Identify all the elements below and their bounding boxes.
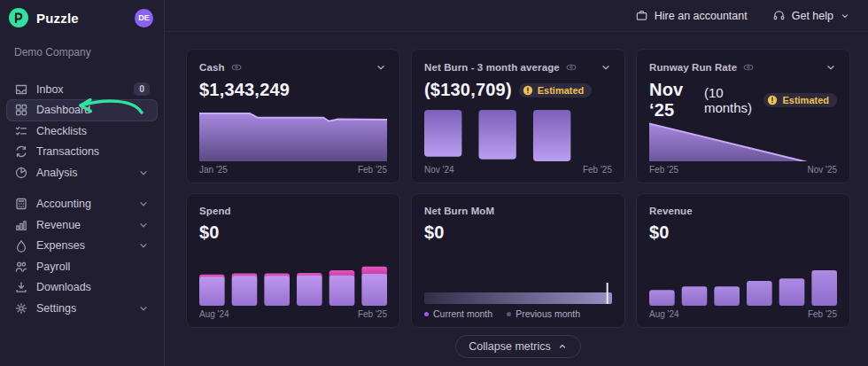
- runway-chart: [649, 121, 837, 161]
- downloads-icon: [14, 280, 28, 294]
- hire-accountant-label: Hire an accountant: [655, 10, 748, 22]
- collapse-metrics-label: Collapse metrics: [469, 340, 550, 353]
- sidebar-item-checklists[interactable]: Checklists: [7, 121, 157, 142]
- sidebar-item-dashboard[interactable]: Dashboard: [7, 100, 157, 121]
- sidebar-item-label: Expenses: [36, 239, 85, 252]
- collapse-metrics-button[interactable]: Collapse metrics: [455, 335, 580, 358]
- chevron-up-icon: [557, 341, 568, 352]
- sidebar-item-transactions[interactable]: Transactions: [7, 142, 157, 163]
- analysis-icon: [14, 166, 28, 180]
- accounting-icon: [14, 197, 28, 211]
- sidebar-item-label: Dashboard: [36, 104, 90, 116]
- x-axis-label-right: Feb '25: [358, 309, 387, 319]
- cash-chart: [199, 110, 387, 161]
- estimated-badge: Estimated: [519, 83, 593, 97]
- sidebar-item-label: Transactions: [36, 145, 99, 158]
- warning-icon: [523, 85, 533, 96]
- x-axis-label-left: Nov '24: [424, 165, 454, 175]
- chevron-down-icon[interactable]: [825, 61, 837, 74]
- card-value-note: (10 months): [704, 85, 757, 115]
- sidebar-nav: Inbox 0 Dashboard Checklists Transaction…: [0, 79, 164, 319]
- chevron-down-icon: [137, 302, 150, 315]
- x-axis-label-left: Aug '24: [649, 309, 679, 319]
- gear-icon: [14, 301, 28, 315]
- sidebar-item-payroll[interactable]: Payroll: [7, 256, 157, 277]
- sidebar-item-expenses[interactable]: Expenses: [7, 236, 157, 257]
- inbox-count-badge: 0: [134, 82, 150, 96]
- sidebar-item-label: Payroll: [36, 261, 70, 273]
- x-axis-label-right: Feb '25: [358, 165, 387, 175]
- chart-legend: Current month Previous month: [424, 308, 612, 319]
- estimated-badge-label: Estimated: [782, 95, 829, 105]
- x-axis-label-left: Aug '24: [199, 309, 229, 319]
- chevron-down-icon: [137, 198, 150, 210]
- card-title: Spend: [199, 206, 231, 216]
- sidebar-item-settings[interactable]: Settings: [7, 298, 157, 319]
- puzzle-logo-icon: [9, 8, 28, 27]
- sidebar-item-label: Checklists: [36, 125, 87, 137]
- eye-icon[interactable]: [565, 61, 577, 74]
- expenses-icon: [14, 238, 28, 253]
- card-value: $0: [199, 222, 220, 243]
- warning-icon: [767, 95, 778, 105]
- sidebar-item-label: Downloads: [36, 281, 91, 293]
- spend-chart: [199, 260, 387, 306]
- chevron-down-icon: [137, 167, 150, 179]
- card-value: Nov ‘25: [649, 80, 697, 121]
- avatar[interactable]: DE: [135, 9, 153, 27]
- payroll-icon: [14, 260, 28, 274]
- sidebar-item-label: Revenue: [36, 219, 81, 231]
- eye-icon[interactable]: [742, 61, 755, 74]
- headset-icon: [772, 9, 786, 22]
- chevron-down-icon: [137, 239, 150, 252]
- sidebar-item-label: Analysis: [36, 167, 78, 179]
- sidebar-item-revenue[interactable]: Revenue: [7, 214, 157, 236]
- metric-card-cash: Cash $1,343,249 Jan '25 Feb '25: [186, 49, 400, 183]
- card-title: Runway Run Rate: [649, 62, 737, 73]
- card-title: Cash: [199, 62, 225, 73]
- get-help-label: Get help: [792, 10, 833, 22]
- chevron-down-icon[interactable]: [600, 61, 612, 74]
- legend-dot-previous: [507, 312, 511, 316]
- sidebar-item-label: Inbox: [36, 83, 64, 96]
- card-value: $0: [649, 222, 670, 243]
- hire-accountant-button[interactable]: Hire an accountant: [635, 9, 748, 22]
- x-axis-label-right: Feb '25: [583, 165, 612, 175]
- metric-card-net-burn: Net Burn - 3 month average ($130,709) Es…: [411, 49, 625, 183]
- chevron-down-icon[interactable]: [375, 61, 387, 74]
- card-value: ($130,709): [424, 80, 512, 100]
- card-title: Net Burn MoM: [424, 206, 494, 216]
- x-axis-label-left: Feb '25: [649, 165, 678, 175]
- metric-card-runway: Runway Run Rate Nov ‘25 (10 months) Esti…: [636, 49, 850, 183]
- main-area: Hire an accountant Get help Cash $1,343,…: [165, 0, 868, 366]
- revenue-chart: [649, 260, 837, 306]
- legend-label: Previous month: [515, 308, 580, 319]
- revenue-icon: [14, 218, 28, 232]
- chevron-down-icon: [137, 219, 150, 231]
- sidebar-item-downloads[interactable]: Downloads: [7, 277, 157, 299]
- legend-dot-current: [424, 312, 429, 316]
- transactions-icon: [14, 144, 28, 159]
- net-burn-mom-chart: [424, 283, 612, 304]
- metric-card-revenue: Revenue $0 Aug '24 Feb '25: [636, 193, 850, 328]
- x-axis-label-right: Nov '25: [807, 165, 837, 175]
- sidebar-item-accounting[interactable]: Accounting: [7, 194, 157, 215]
- metric-card-spend: Spend $0 Aug '24 Feb '25: [186, 193, 400, 328]
- card-title: Net Burn - 3 month average: [424, 62, 560, 73]
- sidebar-item-inbox[interactable]: Inbox 0: [7, 79, 157, 100]
- estimated-badge: Estimated: [763, 93, 837, 107]
- dashboard-content: Cash $1,343,249 Jan '25 Feb '25 Net Burn…: [165, 32, 868, 358]
- eye-icon[interactable]: [230, 61, 243, 74]
- card-value: $1,343,249: [199, 80, 290, 100]
- get-help-button[interactable]: Get help: [772, 9, 850, 22]
- legend-label: Current month: [433, 308, 492, 319]
- app-name: Puzzle: [36, 11, 79, 26]
- card-value: $0: [424, 222, 445, 243]
- metric-card-net-burn-mom: Net Burn MoM $0 Current month Previous m…: [411, 193, 625, 328]
- company-name: Demo Company: [0, 46, 164, 58]
- briefcase-icon: [635, 9, 648, 22]
- sidebar-item-label: Accounting: [36, 198, 91, 210]
- sidebar-item-analysis[interactable]: Analysis: [7, 162, 157, 183]
- topbar: Hire an accountant Get help: [165, 0, 868, 32]
- sidebar-item-label: Settings: [36, 302, 76, 315]
